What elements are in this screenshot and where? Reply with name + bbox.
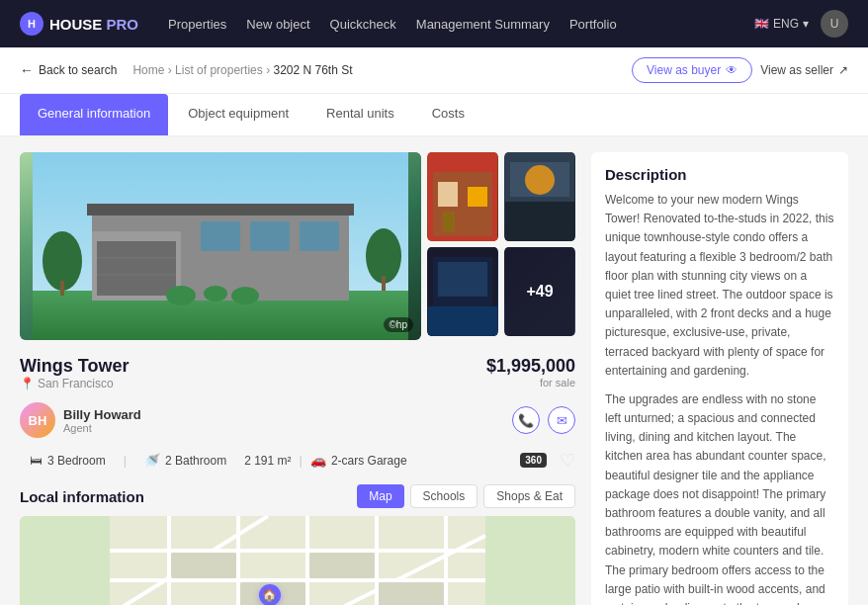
user-avatar[interactable]: U [821,10,848,38]
svg-rect-7 [201,221,240,251]
svg-rect-10 [87,204,354,216]
property-location: 📍 San Francisco [20,377,130,390]
svg-rect-48 [379,582,444,605]
left-panel: ©hp [20,152,575,605]
property-price-block: $1,995,000 for sale [486,356,575,389]
property-price-label: for sale [486,377,575,389]
lang-label: ENG [773,17,799,31]
gallery-main-image[interactable]: ©hp [20,152,421,340]
external-link-icon: ↗ [838,63,848,77]
svg-point-15 [166,286,196,305]
view-as-buyer-button[interactable]: View as buyer 👁 [632,57,752,83]
svg-point-13 [366,228,401,284]
property-name: Wings Tower [20,356,130,377]
favorite-button[interactable]: ♡ [560,450,575,472]
svg-rect-8 [250,221,290,251]
svg-rect-14 [382,276,386,291]
local-tab-map[interactable]: Map [357,484,403,508]
gallery-thumb-3[interactable] [427,247,498,336]
gallery-row-2: +49 [427,247,575,336]
svg-rect-28 [428,306,497,336]
email-agent-button[interactable]: ✉ [548,406,575,434]
map-container[interactable]: 🏠 [20,516,575,605]
property-name-block: Wings Tower 📍 San Francisco [20,356,130,390]
navbar-logo: H HOUSE PRO [20,12,138,36]
svg-rect-44 [171,553,236,578]
gallery-thumb-1[interactable] [427,152,498,241]
svg-point-16 [204,286,227,302]
main-content: ©hp [0,136,868,605]
gallery-watermark: ©hp [384,317,414,332]
nav-links: Properties New object Quickcheck Managem… [168,17,617,32]
view-seller-label: View as seller [760,63,833,77]
gallery-thumb-2[interactable] [504,152,575,241]
eye-icon: 👁 [726,63,738,77]
svg-rect-21 [468,187,487,207]
360-icon[interactable]: 360 [520,453,547,468]
tab-costs[interactable]: Costs [414,94,482,135]
gallery-row-1 [427,152,575,241]
call-agent-button[interactable]: 📞 [512,406,540,434]
local-tab-schools[interactable]: Schools [410,484,478,508]
map-pin-icon: 🏠 [262,588,277,602]
app-name: HOUSE PRO [49,16,138,33]
nav-properties[interactable]: Properties [168,17,226,32]
more-photos-count: +49 [526,283,553,301]
property-price-value: $1,995,000 [486,356,575,377]
svg-rect-20 [438,182,458,207]
nav-management-summary[interactable]: Management Summary [416,17,550,32]
view-as-seller-button[interactable]: View as seller ↗ [760,57,848,83]
breadcrumb-current: 3202 N 76th St [273,63,352,77]
agent-info: BH Billy Howard Agent [20,402,141,438]
agent-title: Agent [63,422,141,434]
tabs-bar: General information Object equipment Ren… [0,94,868,136]
breadcrumb-home[interactable]: Home [132,63,164,77]
tab-object-equipment[interactable]: Object equipment [170,94,306,135]
breadcrumb-right: View as buyer 👁 View as seller ↗ [632,57,848,83]
map-background: 🏠 [20,516,575,605]
breadcrumb-left: ← Back to search Home › List of properti… [20,62,353,78]
local-information: Local information Map Schools Shops & Ea… [20,484,575,605]
local-info-tabs: Map Schools Shops & Eat [357,484,575,508]
nav-new-object[interactable]: New object [246,17,309,32]
app-name-text: HOUSE [49,16,102,33]
breadcrumb-list[interactable]: List of properties [175,63,263,77]
nav-quickcheck[interactable]: Quickcheck [330,17,396,32]
back-label: Back to search [39,63,117,77]
property-gallery: ©hp [20,152,575,340]
description-text: Welcome to your new modern Wings Tower! … [605,191,834,605]
svg-rect-22 [443,212,455,231]
tab-general-information[interactable]: General information [20,94,168,135]
svg-point-17 [231,287,259,304]
tab-rental-units[interactable]: Rental units [308,94,412,135]
gallery-thumb-more[interactable]: +49 [504,247,575,336]
map-pin: 🏠 [259,584,281,605]
property-title-row: Wings Tower 📍 San Francisco $1,995,000 f… [20,356,575,390]
location-text: San Francisco [38,377,114,390]
local-info-title: Local information [20,488,144,505]
svg-rect-4 [97,241,176,296]
app-name-suffix: PRO [102,16,138,33]
svg-rect-30 [438,262,487,297]
feature-bedroom: 🛏 3 Bedroom [20,448,116,473]
gallery-grid: +49 [427,152,575,340]
property-info: Wings Tower 📍 San Francisco $1,995,000 f… [20,356,575,390]
breadcrumb-sep1: › [168,63,175,77]
back-to-search-link[interactable]: ← Back to search [20,62,117,78]
local-tab-shops[interactable]: Shops & Eat [483,484,575,508]
location-pin-icon: 📍 [20,377,35,390]
logo-icon: H [20,12,43,36]
feature-divider-1: | [124,453,127,468]
flag-icon: 🇬🇧 [754,17,769,31]
feature-divider-2: | [300,453,303,468]
feature-bathroom: 🚿 2 Bathroom [134,448,236,473]
back-arrow-icon: ← [20,62,34,78]
language-selector[interactable]: 🇬🇧 ENG ▾ [754,17,809,31]
nav-portfolio[interactable]: Portfolio [569,17,617,32]
description-para-2: The upgrades are endless with no stone l… [605,390,834,605]
agent-row: BH Billy Howard Agent 📞 ✉ [20,402,575,438]
description-section: Description Welcome to your new modern W… [591,152,848,605]
features-row: 🛏 3 Bedroom | 🚿 2 Bathroom 2 191 m² | 🚗 … [20,448,575,473]
right-panel: Description Welcome to your new modern W… [591,152,848,605]
agent-name: Billy Howard [63,407,141,422]
